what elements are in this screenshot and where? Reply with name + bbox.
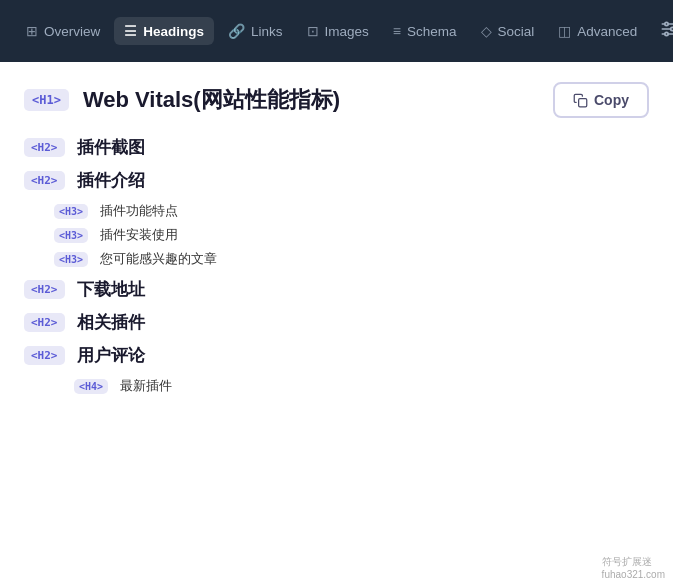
images-icon: ⊡ bbox=[307, 23, 319, 39]
h3-tag-2: <H3> bbox=[54, 204, 88, 219]
heading-item: <H2> 下载地址 bbox=[24, 278, 649, 301]
heading-item: <H2> 插件截图 bbox=[24, 136, 649, 159]
svg-point-5 bbox=[665, 32, 668, 35]
h2-tag-7: <H2> bbox=[24, 346, 65, 365]
heading-text-0: 插件截图 bbox=[77, 136, 145, 159]
nav-item-images[interactable]: ⊡ Images bbox=[297, 17, 379, 45]
nav-item-advanced[interactable]: ◫ Advanced bbox=[548, 17, 647, 45]
nav-item-headings[interactable]: ☰ Headings bbox=[114, 17, 214, 45]
svg-rect-6 bbox=[579, 98, 587, 106]
nav-label-headings: Headings bbox=[143, 24, 204, 39]
h2-tag-6: <H2> bbox=[24, 313, 65, 332]
heading-item: <H4> 最新插件 bbox=[24, 377, 649, 395]
nav-item-social[interactable]: ◇ Social bbox=[471, 17, 545, 45]
h2-tag-1: <H2> bbox=[24, 171, 65, 190]
nav-label-images: Images bbox=[325, 24, 369, 39]
heading-text-7: 用户评论 bbox=[77, 344, 145, 367]
links-icon: 🔗 bbox=[228, 23, 245, 39]
h1-title: Web Vitals(网站性能指标) bbox=[83, 85, 340, 115]
heading-text-3: 插件安装使用 bbox=[100, 226, 178, 244]
main-content: <H1> Web Vitals(网站性能指标) Copy <H2> 插件截图 <… bbox=[0, 62, 673, 588]
h4-tag-8: <H4> bbox=[74, 379, 108, 394]
h1-left: <H1> Web Vitals(网站性能指标) bbox=[24, 85, 340, 115]
advanced-icon: ◫ bbox=[558, 23, 571, 39]
h1-tag-badge: <H1> bbox=[24, 89, 69, 111]
heading-text-6: 相关插件 bbox=[77, 311, 145, 334]
watermark: 符号扩展迷 fuhao321.com bbox=[602, 555, 665, 580]
copy-icon bbox=[573, 93, 588, 108]
svg-point-3 bbox=[665, 22, 668, 25]
h3-tag-3: <H3> bbox=[54, 228, 88, 243]
top-nav: ⊞ Overview ☰ Headings 🔗 Links ⊡ Images ≡… bbox=[0, 0, 673, 62]
nav-label-advanced: Advanced bbox=[577, 24, 637, 39]
h1-row: <H1> Web Vitals(网站性能指标) Copy bbox=[24, 82, 649, 118]
nav-item-schema[interactable]: ≡ Schema bbox=[383, 17, 467, 45]
heading-text-8: 最新插件 bbox=[120, 377, 172, 395]
heading-item: <H3> 您可能感兴趣的文章 bbox=[24, 250, 649, 268]
heading-text-1: 插件介绍 bbox=[77, 169, 145, 192]
heading-text-2: 插件功能特点 bbox=[100, 202, 178, 220]
nav-label-schema: Schema bbox=[407, 24, 457, 39]
heading-item: <H2> 插件介绍 bbox=[24, 169, 649, 192]
headings-list: <H2> 插件截图 <H2> 插件介绍 <H3> 插件功能特点 <H3> 插件安… bbox=[24, 136, 649, 395]
heading-item: <H2> 相关插件 bbox=[24, 311, 649, 334]
social-icon: ◇ bbox=[481, 23, 492, 39]
nav-item-overview[interactable]: ⊞ Overview bbox=[16, 17, 110, 45]
heading-item: <H2> 用户评论 bbox=[24, 344, 649, 367]
nav-label-overview: Overview bbox=[44, 24, 100, 39]
overview-icon: ⊞ bbox=[26, 23, 38, 39]
heading-text-5: 下载地址 bbox=[77, 278, 145, 301]
h3-tag-4: <H3> bbox=[54, 252, 88, 267]
heading-item: <H3> 插件安装使用 bbox=[24, 226, 649, 244]
h2-tag-0: <H2> bbox=[24, 138, 65, 157]
heading-text-4: 您可能感兴趣的文章 bbox=[100, 250, 217, 268]
schema-icon: ≡ bbox=[393, 23, 401, 39]
copy-button[interactable]: Copy bbox=[553, 82, 649, 118]
settings-button[interactable] bbox=[651, 13, 673, 50]
h2-tag-5: <H2> bbox=[24, 280, 65, 299]
nav-label-links: Links bbox=[251, 24, 283, 39]
nav-item-links[interactable]: 🔗 Links bbox=[218, 17, 293, 45]
headings-icon: ☰ bbox=[124, 23, 137, 39]
nav-label-social: Social bbox=[498, 24, 535, 39]
copy-label: Copy bbox=[594, 92, 629, 108]
heading-item: <H3> 插件功能特点 bbox=[24, 202, 649, 220]
